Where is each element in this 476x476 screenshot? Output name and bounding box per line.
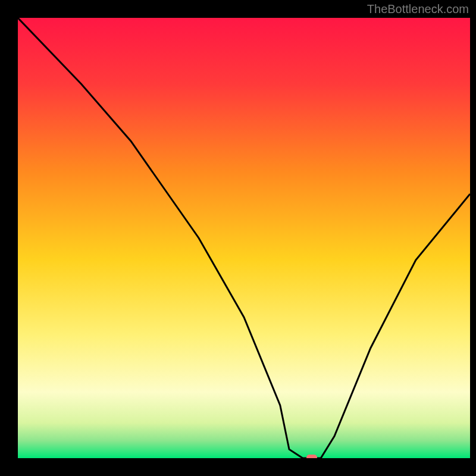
chart-svg <box>18 18 470 458</box>
chart-background <box>18 18 470 458</box>
optimal-marker <box>306 455 317 458</box>
watermark-text: TheBottleneck.com <box>367 2 469 16</box>
chart-plot-area <box>18 18 470 458</box>
